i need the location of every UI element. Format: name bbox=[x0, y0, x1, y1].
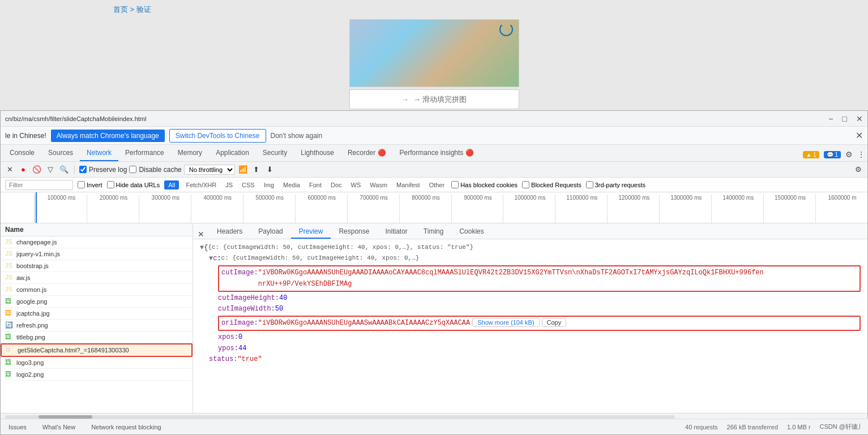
import-icon[interactable]: ⬆ bbox=[251, 164, 262, 175]
tick-10: 1000000 ms bbox=[503, 195, 555, 223]
hscroll-thumb[interactable] bbox=[39, 415, 92, 419]
list-item[interactable]: JS jquery-v1.min.js bbox=[1, 248, 193, 260]
list-item[interactable]: JS common.js bbox=[1, 284, 193, 296]
list-item[interactable]: 🖼 google.png bbox=[1, 296, 193, 308]
settings-icon[interactable]: ⚙ bbox=[845, 150, 853, 159]
list-item-highlighted[interactable]: □ getSlideCaptcha.html?_=168491300330 bbox=[1, 343, 193, 357]
copy-button[interactable]: Copy bbox=[542, 318, 567, 327]
json-expand-c[interactable]: ▼ bbox=[209, 253, 213, 264]
filter-ws[interactable]: WS bbox=[349, 181, 364, 189]
devtools-url: cn/biz/ma/csmh/filter/slideCaptchaMobile… bbox=[5, 115, 828, 122]
close-button[interactable]: ✕ bbox=[856, 114, 863, 123]
stop-recording-icon[interactable]: ✕ bbox=[4, 164, 15, 175]
filter-font[interactable]: Font bbox=[307, 181, 324, 189]
tab-performance[interactable]: Performance bbox=[118, 145, 171, 161]
hide-data-urls-checkbox[interactable] bbox=[107, 181, 114, 188]
sub-tab-cookies[interactable]: Cookies bbox=[451, 225, 491, 239]
third-party-checkbox[interactable] bbox=[586, 181, 593, 188]
tab-recorder[interactable]: Recorder 🔴 bbox=[341, 145, 393, 161]
png-icon: 🖼 bbox=[5, 298, 13, 305]
sub-tab-headers[interactable]: Headers bbox=[209, 225, 250, 239]
js-icon: JS bbox=[5, 274, 13, 282]
json-expand-root[interactable]: ▼ bbox=[200, 243, 204, 253]
tab-network[interactable]: Network bbox=[80, 145, 118, 161]
hscroll-track[interactable] bbox=[5, 415, 675, 419]
filter-fetch-xhr[interactable]: Fetch/XHR bbox=[183, 181, 219, 189]
always-match-button[interactable]: Always match Chrome's language bbox=[51, 130, 165, 142]
filter-icon[interactable]: ▽ bbox=[45, 164, 56, 175]
disable-cache-label[interactable]: Disable cache bbox=[129, 166, 181, 174]
list-item[interactable]: JS changepage.js bbox=[1, 236, 193, 248]
third-party-label[interactable]: 3rd-party requests bbox=[586, 181, 645, 188]
list-item[interactable]: JS bootstrap.js bbox=[1, 260, 193, 272]
tick-16: 1600000 m bbox=[815, 195, 867, 223]
html-icon: □ bbox=[6, 346, 14, 354]
list-item[interactable]: 🖼 logo2.png bbox=[1, 369, 193, 381]
summary-transferred: 266 kB transferred bbox=[727, 424, 779, 430]
sub-tab-preview[interactable]: Preview bbox=[291, 225, 331, 239]
record-icon[interactable]: ● bbox=[18, 164, 29, 175]
has-blocked-checkbox[interactable] bbox=[451, 181, 459, 188]
list-item[interactable]: 🖼 logo3.png bbox=[1, 357, 193, 369]
blocked-requests-label[interactable]: Blocked Requests bbox=[522, 181, 581, 188]
filter-other[interactable]: Other bbox=[427, 181, 447, 189]
clear-icon[interactable]: 🚫 bbox=[31, 164, 42, 175]
message-badge[interactable]: 💬 1 bbox=[824, 151, 841, 158]
maximize-button[interactable]: □ bbox=[843, 114, 847, 123]
dont-show-again[interactable]: Don't show again bbox=[271, 132, 323, 140]
sub-tab-initiator[interactable]: Initiator bbox=[377, 225, 415, 239]
filter-doc[interactable]: Doc bbox=[328, 181, 344, 189]
has-blocked-label[interactable]: Has blocked cookies bbox=[451, 181, 518, 188]
network-toolbar: ✕ ● 🚫 ▽ 🔍 Preserve log Disable cache No … bbox=[1, 162, 867, 178]
disable-cache-checkbox[interactable] bbox=[129, 166, 136, 173]
filter-wasm[interactable]: Wasm bbox=[367, 181, 390, 189]
filter-css[interactable]: CSS bbox=[240, 181, 257, 189]
list-item[interactable]: 🔄 refresh.png bbox=[1, 320, 193, 331]
filter-img[interactable]: Img bbox=[262, 181, 276, 189]
invert-checkbox[interactable] bbox=[78, 181, 85, 188]
file-list-panel: Name JS changepage.js JS jquery-v1.min.j… bbox=[1, 223, 193, 413]
search-icon[interactable]: 🔍 bbox=[58, 164, 70, 175]
more-icon[interactable]: ⋮ bbox=[857, 150, 865, 159]
filter-all-btn[interactable]: All bbox=[164, 180, 179, 189]
switch-devtools-button[interactable]: Switch DevTools to Chinese bbox=[169, 129, 266, 143]
sub-tab-payload[interactable]: Payload bbox=[250, 225, 290, 239]
settings-network-icon[interactable]: ⚙ bbox=[853, 164, 864, 175]
tab-console[interactable]: Console bbox=[3, 145, 41, 161]
invert-label[interactable]: Invert bbox=[78, 181, 102, 188]
whats-new-tab[interactable]: What's New bbox=[39, 423, 79, 432]
show-more-button[interactable]: Show more (104 kB) bbox=[472, 318, 539, 327]
tab-security[interactable]: Security bbox=[256, 145, 294, 161]
throttle-select[interactable]: No throttling bbox=[184, 165, 235, 175]
export-icon[interactable]: ⬇ bbox=[264, 164, 276, 175]
filter-media[interactable]: Media bbox=[281, 181, 302, 189]
preserve-log-label[interactable]: Preserve log bbox=[79, 166, 127, 174]
tick-7: 700000 ms bbox=[347, 195, 399, 223]
blocked-requests-checkbox[interactable] bbox=[522, 181, 529, 188]
minimize-button[interactable]: − bbox=[828, 114, 833, 123]
wifi-icon[interactable]: 📶 bbox=[237, 164, 249, 175]
list-item[interactable]: 🖼 jcaptcha.jpg bbox=[1, 308, 193, 320]
langbar-close-icon[interactable]: ✕ bbox=[856, 130, 863, 141]
sub-tabs-close-icon[interactable]: ✕ bbox=[193, 230, 209, 239]
list-item[interactable]: JS aw.js bbox=[1, 272, 193, 284]
hide-data-urls-label[interactable]: Hide data URLs bbox=[107, 181, 160, 188]
language-bar: le in Chinese! Always match Chrome's lan… bbox=[1, 127, 867, 145]
list-item[interactable]: 🖼 titlebg.png bbox=[1, 331, 193, 343]
network-blocking-tab[interactable]: Network request blocking bbox=[88, 423, 165, 432]
tab-memory[interactable]: Memory bbox=[171, 145, 209, 161]
warning-badge[interactable]: ▲ 1 bbox=[803, 151, 819, 158]
filter-input[interactable] bbox=[5, 180, 73, 190]
filter-manifest[interactable]: Manifest bbox=[394, 181, 422, 189]
issues-tab[interactable]: Issues bbox=[5, 423, 30, 432]
sub-tab-response[interactable]: Response bbox=[331, 225, 377, 239]
tab-lighthouse[interactable]: Lighthouse bbox=[294, 145, 341, 161]
tab-performance-insights[interactable]: Performance insights 🔴 bbox=[393, 145, 481, 161]
sub-tab-timing[interactable]: Timing bbox=[416, 225, 452, 239]
json-root-line: ▼ { {c: {cutImageWidth: 50, cutImageHeig… bbox=[200, 243, 861, 253]
filter-js[interactable]: JS bbox=[223, 181, 235, 189]
tab-application[interactable]: Application bbox=[209, 145, 256, 161]
captcha-slider[interactable]: → → 滑动填完拼图 bbox=[349, 89, 519, 109]
tab-sources[interactable]: Sources bbox=[41, 145, 80, 161]
preserve-log-checkbox[interactable] bbox=[79, 166, 87, 173]
